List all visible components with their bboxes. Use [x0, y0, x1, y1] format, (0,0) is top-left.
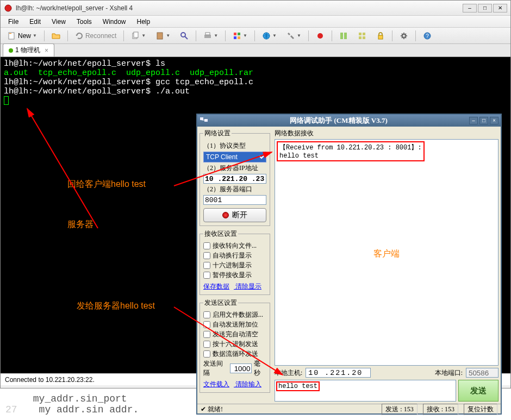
- layout2-button[interactable]: [354, 30, 370, 42]
- recv-settings-legend: 接收区设置: [203, 229, 238, 239]
- minimize-button[interactable]: –: [463, 4, 477, 12]
- chk-clear-after[interactable]: 发送完自动清空: [203, 330, 266, 339]
- svg-point-0: [5, 5, 11, 11]
- folder-icon: [52, 32, 60, 40]
- svg-rect-11: [238, 33, 240, 35]
- red-icon-button[interactable]: [312, 30, 328, 42]
- na-minimize-button[interactable]: –: [469, 117, 478, 124]
- menu-file[interactable]: File: [4, 17, 23, 27]
- chk-hex-recv[interactable]: 十六进制显示: [203, 261, 266, 270]
- interval-input[interactable]: [230, 363, 252, 373]
- send-button[interactable]: 发送: [458, 380, 498, 402]
- menu-tools[interactable]: Tools: [72, 17, 96, 27]
- svg-rect-21: [363, 36, 365, 39]
- na-maximize-button[interactable]: □: [479, 117, 488, 124]
- netassist-left-panel: 网络设置 （1）协议类型 TCP Client （2）服务器IP地址 （2）服务…: [197, 127, 272, 404]
- status-ready: ✔就绪!: [201, 405, 223, 414]
- tab-close-icon[interactable]: ×: [45, 47, 48, 54]
- svg-rect-4: [134, 32, 138, 37]
- local-port-input: [466, 368, 498, 378]
- netassist-window: 网络调试助手 (CM精装版 V3.7) – □ × 网络设置 （1）协议类型 T…: [196, 114, 502, 415]
- annotation-send: 发给服务器hello test: [77, 300, 155, 312]
- disconnect-label: 断开: [232, 210, 247, 220]
- open-button[interactable]: [48, 30, 64, 42]
- local-host-input[interactable]: [306, 368, 371, 378]
- status-send: 发送 : 153: [382, 404, 417, 415]
- chk-pause-recv[interactable]: 暂停接收显示: [203, 271, 266, 280]
- svg-rect-9: [205, 33, 210, 35]
- copy-button[interactable]: ▼: [127, 30, 149, 42]
- link-clear-input[interactable]: 清除输入: [235, 380, 261, 388]
- paste-icon: [155, 32, 164, 40]
- recv-highlight: 【Receive from 10.221.20.23 : 8001】:hello…: [277, 141, 425, 161]
- proto-label: （1）协议类型: [203, 141, 266, 151]
- netassist-right-panel: 网络数据接收 【Receive from 10.221.20.23 : 8001…: [272, 127, 501, 404]
- reconnect-icon: [75, 32, 84, 40]
- help-icon: ?: [423, 32, 432, 40]
- menu-window[interactable]: Window: [98, 17, 130, 27]
- color-button[interactable]: ▼: [229, 30, 251, 42]
- netassist-titlebar[interactable]: 网络调试助手 (CM精装版 V3.7) – □ ×: [197, 115, 501, 127]
- local-host-label: 本地主机:: [275, 368, 302, 378]
- send-settings-group: 发送区设置 启用文件数据源... 自动发送附加位 发送完自动清空 按十六进制发送…: [200, 298, 270, 393]
- menu-help[interactable]: Help: [133, 17, 155, 27]
- color-icon: [233, 32, 241, 40]
- na-close-button[interactable]: ×: [490, 117, 498, 124]
- annotation-client: 客户端: [373, 248, 400, 260]
- tabbar: 1 物理机 ×: [1, 44, 510, 57]
- ready-icon: ✔: [201, 405, 206, 413]
- chk-hex-send[interactable]: 按十六进制发送: [203, 340, 266, 349]
- new-button[interactable]: New ▼: [4, 30, 41, 42]
- grid2-icon: [358, 32, 366, 40]
- record-dot-icon: [222, 212, 229, 218]
- settings-button[interactable]: [396, 30, 412, 42]
- svg-rect-26: [200, 117, 203, 120]
- layout1-button[interactable]: [335, 30, 352, 42]
- print-icon: [203, 32, 212, 40]
- svg-rect-5: [157, 33, 163, 39]
- send-settings-legend: 发送区设置: [203, 298, 238, 308]
- send-textarea[interactable]: hello test: [275, 380, 456, 402]
- search-icon: [180, 32, 189, 40]
- connected-dot-icon: [9, 48, 13, 53]
- svg-rect-2: [9, 33, 11, 34]
- xshell-titlebar[interactable]: lh@lh: ~/work/net/epoll_server - Xshell …: [1, 1, 510, 16]
- link-save-data[interactable]: 保存数据: [203, 283, 229, 290]
- link-clear-display[interactable]: 清除显示: [235, 283, 261, 290]
- server-port-input[interactable]: [203, 195, 266, 205]
- chk-loop-send[interactable]: 数据流循环发送: [203, 349, 266, 359]
- grid-icon: [339, 32, 348, 40]
- disconnect-button[interactable]: 断开: [203, 208, 266, 222]
- search-button[interactable]: [176, 30, 192, 42]
- globe-button[interactable]: ▼: [258, 30, 281, 42]
- new-icon: [8, 32, 16, 40]
- svg-text:?: ?: [426, 33, 429, 39]
- status-reset[interactable]: 复位计数: [464, 404, 497, 415]
- chk-auto-append[interactable]: 自动发送附加位: [203, 320, 266, 329]
- maximize-button[interactable]: □: [478, 4, 492, 12]
- recv-header: 网络数据接收: [275, 129, 498, 138]
- link-file-load[interactable]: 文件载入: [203, 380, 229, 388]
- network-settings-group: 网络设置 （1）协议类型 TCP Client （2）服务器IP地址 （2）服务…: [200, 129, 270, 226]
- menu-view[interactable]: View: [47, 17, 70, 27]
- ip-label: （2）服务器IP地址: [203, 164, 266, 173]
- server-ip-input[interactable]: [203, 174, 266, 184]
- svg-line-7: [185, 36, 188, 39]
- tab-session[interactable]: 1 物理机 ×: [3, 43, 54, 57]
- protocol-select[interactable]: TCP Client: [203, 152, 266, 162]
- tab-label: 1 物理机: [15, 46, 40, 55]
- chk-file-source[interactable]: 启用文件数据源...: [203, 310, 266, 319]
- print-button[interactable]: ▼: [200, 30, 222, 42]
- recv-textarea[interactable]: 【Receive from 10.221.20.23 : 8001】:hello…: [275, 139, 498, 366]
- tools-button[interactable]: ▼: [283, 30, 305, 42]
- status-text: Connected to 10.221.20.23:22.: [5, 376, 95, 384]
- send-highlight: hello test: [276, 381, 320, 391]
- lock-button[interactable]: [372, 30, 389, 42]
- help-button[interactable]: ?: [419, 30, 435, 42]
- chk-recv-file[interactable]: 接收转向文件...: [203, 241, 266, 250]
- chk-auto-newline[interactable]: 自动换行显示: [203, 251, 266, 260]
- paste-button[interactable]: ▼: [152, 30, 174, 42]
- close-button[interactable]: ✕: [493, 4, 507, 12]
- menu-edit[interactable]: Edit: [25, 17, 45, 27]
- reconnect-button[interactable]: Reconnect: [71, 30, 120, 42]
